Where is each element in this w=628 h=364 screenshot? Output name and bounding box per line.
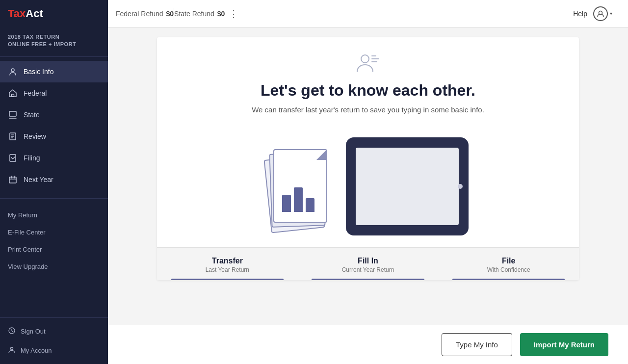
user-avatar-button[interactable]: ▾	[593, 6, 612, 21]
sign-out-icon	[8, 327, 16, 336]
doc-chart	[282, 182, 316, 212]
step-subtitle: Current Year Return	[342, 266, 394, 273]
card-top: Let's get to know each other. We can tra…	[157, 37, 579, 235]
card-heading: Let's get to know each other.	[261, 81, 475, 100]
sidebar-item-efile-center[interactable]: E-File Center	[0, 224, 108, 241]
review-icon	[8, 131, 18, 141]
sidebar-subtitle: 2018 TAX RETURN ONLINE FREE + IMPORT	[0, 27, 108, 57]
card-subheading: We can transfer last year's return to sa…	[252, 105, 484, 114]
calendar-icon	[8, 175, 18, 184]
sidebar-nav: Basic Info Federal State R	[0, 57, 108, 194]
federal-refund-amount: $0	[166, 10, 174, 18]
sidebar-item-label: State	[24, 111, 40, 119]
main-content: Let's get to know each other. We can tra…	[108, 27, 628, 364]
sidebar-secondary-label: View Upgrade	[8, 263, 48, 270]
logo-tax: Tax	[8, 7, 26, 20]
sidebar-item-next-year[interactable]: Next Year	[0, 169, 108, 190]
svg-rect-9	[10, 155, 16, 161]
sidebar-divider	[0, 198, 108, 199]
sidebar-secondary-label: E-File Center	[8, 229, 46, 236]
sidebar-bottom-nav: Sign Out My Accoun	[0, 317, 108, 364]
sidebar-bottom-label: My Accoun	[21, 347, 52, 354]
topbar-right: Help ▾	[573, 6, 620, 21]
federal-refund-label: Federal Refund	[116, 10, 163, 18]
step-file: File With Confidence	[438, 248, 579, 280]
tablet-button	[458, 184, 463, 189]
sidebar-item-filing[interactable]: Filing	[0, 147, 108, 169]
import-my-return-button[interactable]: Import My Return	[520, 333, 608, 356]
sidebar-logo: TaxAct	[0, 0, 108, 27]
svg-point-16	[361, 55, 369, 63]
sidebar-item-print-center[interactable]: Print Center	[0, 241, 108, 258]
state-refund-label: State Refund	[174, 10, 214, 18]
step-subtitle: Last Year Return	[206, 266, 249, 273]
footer-bar: Type My Info Import My Return	[108, 325, 628, 364]
doc-page-1	[273, 149, 327, 223]
help-link[interactable]: Help	[573, 10, 587, 18]
svg-point-15	[11, 347, 13, 350]
type-my-info-button[interactable]: Type My Info	[442, 333, 512, 356]
federal-refund: Federal Refund $0	[116, 10, 174, 18]
sidebar-item-federal[interactable]: Federal	[0, 82, 108, 104]
step-fill-in: Fill In Current Year Return	[298, 248, 439, 280]
state-refund: State Refund $0	[174, 10, 225, 18]
sidebar-item-label: Next Year	[24, 176, 53, 183]
sidebar-item-label: Filing	[24, 154, 40, 162]
step-title: Fill In	[358, 257, 378, 265]
sidebar-item-state[interactable]: State	[0, 104, 108, 126]
sidebar-item-my-account[interactable]: My Accoun	[0, 341, 108, 360]
sidebar: 2018 TAX RETURN ONLINE FREE + IMPORT Bas…	[0, 27, 108, 364]
sidebar-bottom-label: Sign Out	[21, 328, 46, 335]
svg-point-1	[11, 69, 14, 72]
flag-icon	[8, 110, 18, 120]
taxact-logo: TaxAct	[8, 7, 43, 20]
subtitle-line1: 2018 TAX RETURN	[8, 33, 100, 41]
home-icon	[8, 88, 18, 98]
step-title: File	[502, 257, 516, 265]
doc-bar-3	[306, 198, 314, 212]
state-refund-amount: $0	[217, 10, 225, 18]
illustration	[248, 128, 488, 235]
person-icon-large	[355, 52, 381, 76]
sidebar-item-review[interactable]: Review	[0, 126, 108, 147]
svg-rect-10	[9, 177, 16, 183]
sidebar-item-label: Review	[24, 132, 46, 140]
account-icon	[8, 346, 16, 355]
sidebar-secondary-label: My Return	[8, 211, 37, 219]
logo-act: Act	[26, 7, 43, 20]
sidebar-item-sign-out[interactable]: Sign Out	[0, 322, 108, 341]
document-stack	[267, 147, 331, 235]
step-transfer: Transfer Last Year Return	[157, 248, 298, 280]
person-icon	[8, 67, 18, 77]
doc-bar-1	[282, 195, 291, 212]
sidebar-item-basic-info[interactable]: Basic Info	[0, 61, 108, 82]
tablet-screen	[356, 148, 459, 225]
topbar: Federal Refund $0 State Refund $0 ⋮ Help…	[108, 0, 628, 27]
step-title: Transfer	[212, 257, 243, 265]
tablet-device	[346, 137, 469, 235]
chevron-down-icon: ▾	[610, 11, 612, 16]
main-card: Let's get to know each other. We can tra…	[157, 37, 579, 280]
filing-icon	[8, 153, 18, 163]
steps-bar: Transfer Last Year Return Fill In Curren…	[157, 247, 579, 280]
sidebar-item-view-upgrade[interactable]: View Upgrade	[0, 258, 108, 275]
sidebar-secondary-label: Print Center	[8, 246, 42, 253]
svg-rect-3	[9, 111, 16, 116]
sidebar-item-my-return[interactable]: My Return	[0, 207, 108, 224]
sidebar-secondary-nav: My Return E-File Center Print Center Vie…	[0, 203, 108, 279]
step-subtitle: With Confidence	[487, 266, 530, 273]
sidebar-item-label: Federal	[24, 89, 47, 97]
doc-bar-2	[294, 187, 303, 212]
topbar-more-button[interactable]: ⋮	[225, 6, 242, 22]
subtitle-line2: ONLINE FREE + IMPORT	[8, 41, 100, 48]
sidebar-item-label: Basic Info	[24, 68, 53, 76]
user-circle-icon	[593, 6, 608, 21]
